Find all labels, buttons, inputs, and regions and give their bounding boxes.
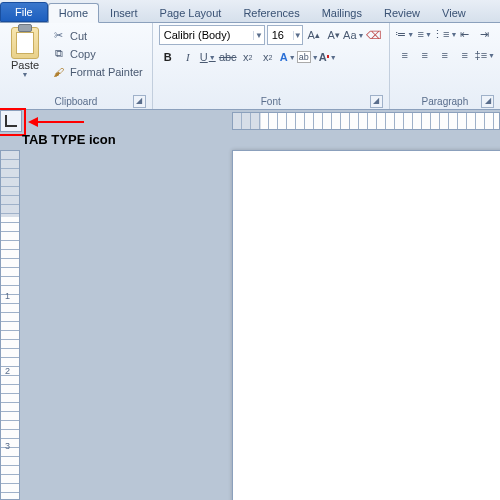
group-font: ▼ ▼ A▴ A▾ Aa▼ ⌫ B I U▼ abc x2 x2 A▼ ab▼ [153,23,390,109]
scissors-icon: ✂ [51,28,66,43]
tab-references[interactable]: References [232,3,310,22]
numbering-button[interactable]: ≡▼ [416,25,434,43]
paste-label: Paste [11,59,39,71]
line-spacing-button[interactable]: ‡≡▼ [476,46,494,64]
tab-page-layout[interactable]: Page Layout [149,3,233,22]
copy-button[interactable]: ⧉ Copy [48,45,146,62]
font-name-input[interactable] [160,29,253,41]
font-name-combo[interactable]: ▼ [159,25,265,45]
decrease-indent-button[interactable]: ⇤ [456,25,474,43]
grow-font-button[interactable]: A▴ [305,26,323,44]
font-size-combo[interactable]: ▼ [267,25,303,45]
group-clipboard-title: Clipboard [54,96,97,107]
ruler-mark: 2 [5,366,10,376]
justify-button[interactable]: ≡ [456,46,474,64]
group-paragraph-title: Paragraph [422,96,469,107]
tab-view[interactable]: View [431,3,477,22]
copy-label: Copy [70,48,96,60]
highlight-button[interactable]: ab▼ [299,48,317,66]
align-right-button[interactable]: ≡ [436,46,454,64]
underline-button[interactable]: U▼ [199,48,217,66]
clear-formatting-button[interactable]: ⌫ [365,26,383,44]
annotation-label: TAB TYPE icon [22,132,116,147]
font-dialog-launcher[interactable]: ◢ [370,95,383,108]
bold-button[interactable]: B [159,48,177,66]
group-font-title: Font [261,96,281,107]
clipboard-dialog-launcher[interactable]: ◢ [133,95,146,108]
paste-button[interactable]: Paste ▼ [6,25,44,78]
align-center-button[interactable]: ≡ [416,46,434,64]
tab-review[interactable]: Review [373,3,431,22]
align-left-button[interactable]: ≡ [396,46,414,64]
tab-mailings[interactable]: Mailings [311,3,373,22]
paste-icon [11,27,39,59]
tab-type-selector[interactable] [0,110,22,132]
ruler-mark: 3 [5,441,10,451]
copy-icon: ⧉ [51,46,66,61]
group-paragraph: ≔▼ ≡▼ ⋮≡▼ ⇤ ⇥ ≡ ≡ ≡ ≡ ‡≡▼ Paragraph◢ [390,23,500,109]
shrink-font-button[interactable]: A▾ [325,26,343,44]
ribbon: Paste ▼ ✂ Cut ⧉ Copy 🖌 Format Painter Cl… [0,23,500,110]
chevron-down-icon[interactable]: ▼ [253,31,264,40]
tab-file[interactable]: File [0,2,48,22]
paragraph-dialog-launcher[interactable]: ◢ [481,95,494,108]
italic-button[interactable]: I [179,48,197,66]
format-painter-label: Format Painter [70,66,143,78]
ribbon-tabs: File Home Insert Page Layout References … [0,0,500,23]
brush-icon: 🖌 [51,64,66,79]
tab-home[interactable]: Home [48,3,99,23]
subscript-button[interactable]: x2 [239,48,257,66]
text-effects-button[interactable]: A▼ [279,48,297,66]
superscript-button[interactable]: x2 [259,48,277,66]
horizontal-ruler[interactable] [232,112,500,130]
font-color-button[interactable]: A▼ [319,48,337,66]
tab-insert[interactable]: Insert [99,3,149,22]
strikethrough-button[interactable]: abc [219,48,237,66]
cut-label: Cut [70,30,87,42]
increase-indent-button[interactable]: ⇥ [476,25,494,43]
multilevel-list-button[interactable]: ⋮≡▼ [436,25,454,43]
svg-marker-1 [28,117,38,127]
format-painter-button[interactable]: 🖌 Format Painter [48,63,146,80]
bullets-button[interactable]: ≔▼ [396,25,414,43]
annotation-arrow [28,116,84,128]
change-case-button[interactable]: Aa▼ [345,26,363,44]
ruler-mark: 1 [5,291,10,301]
tab-stop-left-icon [5,115,17,127]
font-size-input[interactable] [268,29,293,41]
vertical-ruler[interactable]: 1 2 3 [0,150,20,500]
document-workspace: TAB TYPE icon 1 2 3 [0,110,500,500]
chevron-down-icon: ▼ [22,71,29,78]
document-page[interactable] [232,150,500,500]
chevron-down-icon[interactable]: ▼ [293,31,302,40]
group-clipboard: Paste ▼ ✂ Cut ⧉ Copy 🖌 Format Painter Cl… [0,23,153,109]
cut-button[interactable]: ✂ Cut [48,27,146,44]
